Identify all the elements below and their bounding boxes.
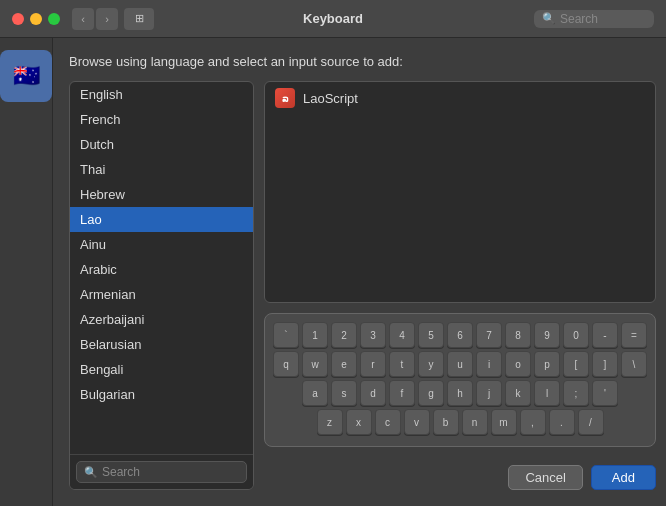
content-area: Browse using language and select an inpu… [53,38,666,506]
sidebar: 🇦🇺 [0,38,53,506]
kb-key-'[interactable]: ' [592,380,618,406]
kb-key-\[interactable]: \ [621,351,647,377]
kb-key-7[interactable]: 7 [476,322,502,348]
lang-item-bengali[interactable]: Bengali [70,357,253,382]
lang-item-armenian[interactable]: Armenian [70,282,253,307]
lang-item-lao[interactable]: Lao [70,207,253,232]
kb-key-u[interactable]: u [447,351,473,377]
kb-key-k[interactable]: k [505,380,531,406]
kb-key-l[interactable]: l [534,380,560,406]
kb-key-[[interactable]: [ [563,351,589,377]
source-panel: ລLaoScript [264,81,656,303]
lang-item-hebrew[interactable]: Hebrew [70,182,253,207]
header-search-input[interactable] [560,12,648,26]
lang-item-dutch[interactable]: Dutch [70,132,253,157]
close-button[interactable] [12,13,24,25]
add-button[interactable]: Add [591,465,656,490]
kb-key-0[interactable]: 0 [563,322,589,348]
kb-key-o[interactable]: o [505,351,531,377]
kb-key-4[interactable]: 4 [389,322,415,348]
kb-key--[interactable]: - [592,322,618,348]
source-label: LaoScript [303,91,358,106]
kb-key-5[interactable]: 5 [418,322,444,348]
kb-key-`[interactable]: ` [273,322,299,348]
kb-key-9[interactable]: 9 [534,322,560,348]
kb-key-i[interactable]: i [476,351,502,377]
minimize-button[interactable] [30,13,42,25]
kb-key-e[interactable]: e [331,351,357,377]
kb-key-,[interactable]: , [520,409,546,435]
lang-item-bulgarian[interactable]: Bulgarian [70,382,253,407]
lang-item-azerbaijani[interactable]: Azerbaijani [70,307,253,332]
kb-key-d[interactable]: d [360,380,386,406]
search-field[interactable]: 🔍 [76,461,247,483]
language-search-input[interactable] [102,465,239,479]
kb-key-8[interactable]: 8 [505,322,531,348]
kb-row-4: zxcvbnm,./ [273,409,647,435]
maximize-button[interactable] [48,13,60,25]
kb-key-;[interactable]: ; [563,380,589,406]
kb-key-/[interactable]: / [578,409,604,435]
right-panel: ລLaoScript `1234567890-=qwertyuiop[]\asd… [264,81,656,490]
kb-key-x[interactable]: x [346,409,372,435]
kb-row-1: `1234567890-= [273,322,647,348]
lang-item-thai[interactable]: Thai [70,157,253,182]
kb-key-n[interactable]: n [462,409,488,435]
kb-row-3: asdfghjkl;' [273,380,647,406]
kb-key-b[interactable]: b [433,409,459,435]
header-search[interactable]: 🔍 [534,10,654,28]
kb-key-][interactable]: ] [592,351,618,377]
kb-row-2: qwertyuiop[]\ [273,351,647,377]
language-panel: EnglishFrenchDutchThaiHebrewLaoAinuArabi… [69,81,254,490]
main-layout: 🇦🇺 Browse using language and select an i… [0,38,666,506]
action-bar: Cancel Add [264,465,656,490]
kb-key-s[interactable]: s [331,380,357,406]
kb-key-y[interactable]: y [418,351,444,377]
kb-key-=[interactable]: = [621,322,647,348]
kb-key-t[interactable]: t [389,351,415,377]
nav-arrows: ‹ › [72,8,118,30]
kb-key-f[interactable]: f [389,380,415,406]
search-icon: 🔍 [84,466,98,479]
flag-icon: 🇦🇺 [13,63,40,89]
kb-key-m[interactable]: m [491,409,517,435]
kb-key-q[interactable]: q [273,351,299,377]
kb-key-j[interactable]: j [476,380,502,406]
lang-item-arabic[interactable]: Arabic [70,257,253,282]
kb-key-r[interactable]: r [360,351,386,377]
kb-key-.[interactable]: . [549,409,575,435]
window-title: Keyboard [303,11,363,26]
traffic-lights [12,13,60,25]
kb-key-2[interactable]: 2 [331,322,357,348]
language-list[interactable]: EnglishFrenchDutchThaiHebrewLaoAinuArabi… [70,82,253,454]
lang-item-belarusian[interactable]: Belarusian [70,332,253,357]
kb-key-g[interactable]: g [418,380,444,406]
browse-title: Browse using language and select an inpu… [69,54,656,69]
source-item-laoscript[interactable]: ລLaoScript [265,82,655,114]
kb-key-3[interactable]: 3 [360,322,386,348]
kb-key-c[interactable]: c [375,409,401,435]
panels-row: EnglishFrenchDutchThaiHebrewLaoAinuArabi… [69,81,656,490]
lang-item-ainu[interactable]: Ainu [70,232,253,257]
kb-key-1[interactable]: 1 [302,322,328,348]
search-icon: 🔍 [542,12,556,25]
kb-key-p[interactable]: p [534,351,560,377]
kb-key-w[interactable]: w [302,351,328,377]
back-button[interactable]: ‹ [72,8,94,30]
search-box-bottom: 🔍 [70,454,253,489]
keyboard-panel: `1234567890-=qwertyuiop[]\asdfghjkl;'zxc… [264,313,656,447]
kb-key-h[interactable]: h [447,380,473,406]
forward-button[interactable]: › [96,8,118,30]
kb-key-z[interactable]: z [317,409,343,435]
source-icon: ລ [275,88,295,108]
kb-key-v[interactable]: v [404,409,430,435]
grid-button[interactable]: ⊞ [124,8,154,30]
lang-item-english[interactable]: English [70,82,253,107]
kb-key-6[interactable]: 6 [447,322,473,348]
sidebar-item-flag[interactable]: 🇦🇺 [0,50,52,102]
title-bar: ‹ › ⊞ Keyboard 🔍 [0,0,666,38]
grid-icon: ⊞ [135,12,144,25]
lang-item-french[interactable]: French [70,107,253,132]
kb-key-a[interactable]: a [302,380,328,406]
cancel-button[interactable]: Cancel [508,465,582,490]
